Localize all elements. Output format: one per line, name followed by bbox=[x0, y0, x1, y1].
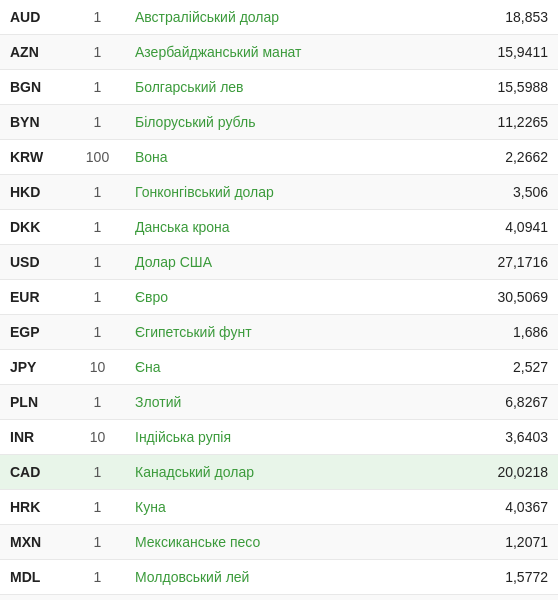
currency-name: Куна bbox=[125, 490, 468, 525]
currency-amount: 1 bbox=[70, 280, 125, 315]
currency-amount: 1 bbox=[70, 385, 125, 420]
currency-rate: 11,2265 bbox=[468, 105, 558, 140]
currency-name: Молдовський лей bbox=[125, 560, 468, 595]
table-row: ILS1Новий ізраїльський шекель7,9102 bbox=[0, 595, 558, 601]
currency-amount: 1 bbox=[70, 105, 125, 140]
table-row: AZN1Азербайджанський манат15,9411 bbox=[0, 35, 558, 70]
table-row: BGN1Болгарський лев15,5988 bbox=[0, 70, 558, 105]
currency-name: Новий ізраїльський шекель bbox=[125, 595, 468, 601]
currency-rate: 7,9102 bbox=[468, 595, 558, 601]
table-row: CAD1Канадський долар20,0218 bbox=[0, 455, 558, 490]
currency-name: Злотий bbox=[125, 385, 468, 420]
currency-name: Австралійський долар bbox=[125, 0, 468, 35]
currency-name: Болгарський лев bbox=[125, 70, 468, 105]
currency-rate: 18,853 bbox=[468, 0, 558, 35]
currency-amount: 1 bbox=[70, 70, 125, 105]
currency-code: DKK bbox=[0, 210, 70, 245]
currency-amount: 10 bbox=[70, 350, 125, 385]
currency-name: Євро bbox=[125, 280, 468, 315]
currency-code: HKD bbox=[0, 175, 70, 210]
currency-name: Індійська рупія bbox=[125, 420, 468, 455]
table-row: EGP1Єгипетський фунт1,686 bbox=[0, 315, 558, 350]
currency-code: KRW bbox=[0, 140, 70, 175]
currency-amount: 1 bbox=[70, 175, 125, 210]
currency-amount: 1 bbox=[70, 315, 125, 350]
currency-rate: 1,2071 bbox=[468, 525, 558, 560]
currency-name: Гонконгівський долар bbox=[125, 175, 468, 210]
currency-rate: 1,5772 bbox=[468, 560, 558, 595]
currency-amount: 1 bbox=[70, 35, 125, 70]
currency-name: Єгипетський фунт bbox=[125, 315, 468, 350]
currency-code: CAD bbox=[0, 455, 70, 490]
table-row: AUD1Австралійський долар18,853 bbox=[0, 0, 558, 35]
table-row: PLN1Злотий6,8267 bbox=[0, 385, 558, 420]
currency-rate: 1,686 bbox=[468, 315, 558, 350]
currency-rate: 20,0218 bbox=[468, 455, 558, 490]
table-row: DKK1Данська крона4,0941 bbox=[0, 210, 558, 245]
table-row: MDL1Молдовський лей1,5772 bbox=[0, 560, 558, 595]
currency-rate: 4,0941 bbox=[468, 210, 558, 245]
currency-code: USD bbox=[0, 245, 70, 280]
currency-rate: 3,6403 bbox=[468, 420, 558, 455]
currency-rate: 27,1716 bbox=[468, 245, 558, 280]
currency-code: PLN bbox=[0, 385, 70, 420]
currency-rate: 2,2662 bbox=[468, 140, 558, 175]
currency-name: Данська крона bbox=[125, 210, 468, 245]
currency-amount: 1 bbox=[70, 560, 125, 595]
currency-code: AZN bbox=[0, 35, 70, 70]
table-row: HKD1Гонконгівський долар3,506 bbox=[0, 175, 558, 210]
currency-rate: 30,5069 bbox=[468, 280, 558, 315]
currency-table: AUD1Австралійський долар18,853AZN1Азерба… bbox=[0, 0, 558, 600]
currency-name: Вона bbox=[125, 140, 468, 175]
table-row: BYN1Білоруський рубль11,2265 bbox=[0, 105, 558, 140]
currency-code: BYN bbox=[0, 105, 70, 140]
table-row: INR10Індійська рупія3,6403 bbox=[0, 420, 558, 455]
currency-name: Канадський долар bbox=[125, 455, 468, 490]
currency-amount: 1 bbox=[70, 0, 125, 35]
currency-amount: 1 bbox=[70, 490, 125, 525]
table-row: KRW100Вона2,2662 bbox=[0, 140, 558, 175]
currency-code: INR bbox=[0, 420, 70, 455]
currency-amount: 1 bbox=[70, 210, 125, 245]
currency-code: BGN bbox=[0, 70, 70, 105]
table-row: MXN1Мексиканське песо1,2071 bbox=[0, 525, 558, 560]
currency-amount: 100 bbox=[70, 140, 125, 175]
currency-rate: 3,506 bbox=[468, 175, 558, 210]
currency-code: EGP bbox=[0, 315, 70, 350]
currency-rate: 6,8267 bbox=[468, 385, 558, 420]
currency-amount: 10 bbox=[70, 420, 125, 455]
currency-code: EUR bbox=[0, 280, 70, 315]
table-row: HRK1Куна4,0367 bbox=[0, 490, 558, 525]
table-row: USD1Долар США27,1716 bbox=[0, 245, 558, 280]
currency-rate: 15,5988 bbox=[468, 70, 558, 105]
currency-rate: 4,0367 bbox=[468, 490, 558, 525]
currency-name: Долар США bbox=[125, 245, 468, 280]
currency-rate: 2,527 bbox=[468, 350, 558, 385]
currency-code: MDL bbox=[0, 560, 70, 595]
currency-rate: 15,9411 bbox=[468, 35, 558, 70]
currency-code: JPY bbox=[0, 350, 70, 385]
currency-amount: 1 bbox=[70, 525, 125, 560]
currency-amount: 1 bbox=[70, 455, 125, 490]
currency-code: AUD bbox=[0, 0, 70, 35]
currency-amount: 1 bbox=[70, 245, 125, 280]
currency-code: MXN bbox=[0, 525, 70, 560]
table-row: JPY10Єна2,527 bbox=[0, 350, 558, 385]
currency-name: Мексиканське песо bbox=[125, 525, 468, 560]
currency-code: ILS bbox=[0, 595, 70, 601]
currency-amount: 1 bbox=[70, 595, 125, 601]
currency-name: Азербайджанський манат bbox=[125, 35, 468, 70]
table-row: EUR1Євро30,5069 bbox=[0, 280, 558, 315]
currency-name: Єна bbox=[125, 350, 468, 385]
currency-code: HRK bbox=[0, 490, 70, 525]
currency-name: Білоруський рубль bbox=[125, 105, 468, 140]
